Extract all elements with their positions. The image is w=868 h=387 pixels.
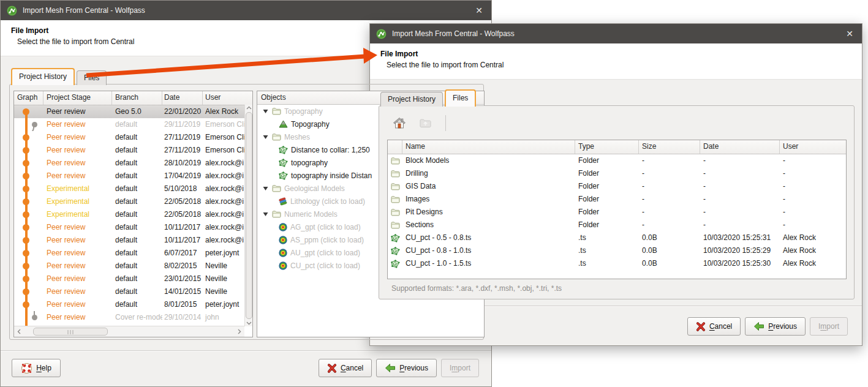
tree-item-label: Topography [291,120,330,129]
branch-cell: default [112,234,162,247]
history-row[interactable]: Peer reviewdefault14/01/2015Neville [14,285,244,298]
file-user-cell: - [780,193,846,206]
history-row[interactable]: Peer reviewdefault17/04/2019alex.rock@i [14,170,244,182]
expander-icon[interactable] [262,186,269,191]
graph-cell [14,247,43,260]
graph-cell [14,311,43,324]
window-title: Import Mesh From Central - Wolfpass [23,6,145,15]
history-table-header: Graph Project Stage Branch Date User [14,91,252,105]
history-row[interactable]: Peer reviewdefault28/10/2019alex.rock@i [14,157,244,170]
column-header-user[interactable]: User [203,91,252,105]
scroll-up-icon[interactable] [246,105,252,111]
help-button[interactable]: Help [12,359,61,377]
graph-cell [14,105,43,118]
tab-files[interactable]: Files [77,70,107,85]
previous-button[interactable]: Previous [745,317,806,336]
file-row[interactable]: ImagesFolder--- [388,193,846,206]
file-row[interactable]: Pit DesignsFolder--- [388,206,846,219]
titlebar[interactable]: Import Mesh From Central - Wolfpass ✕ [370,24,862,43]
user-cell: Neville [203,260,244,272]
expander-icon[interactable] [262,109,269,114]
titlebar[interactable]: Import Mesh From Central - Wolfpass ✕ [1,1,491,20]
vertical-scroll-thumb[interactable] [246,112,252,319]
scroll-right-icon[interactable] [236,329,243,335]
column-header-date[interactable]: Date [700,140,780,154]
stage-cell: Experimental [43,208,112,221]
close-icon[interactable]: ✕ [837,24,862,43]
history-row[interactable]: Peer reviewdefault27/11/2019Emerson Cli [14,144,244,157]
column-header-user[interactable]: User [780,140,846,154]
history-row[interactable]: Experimentaldefault22/05/2018alex.rock@i [14,208,244,221]
user-cell: alex.rock@i [203,182,244,195]
expander-icon[interactable] [262,135,269,140]
import-button[interactable]: Import [810,317,848,336]
previous-button[interactable]: Previous [376,359,437,377]
column-header-stage[interactable]: Project Stage [43,91,112,105]
expander-icon[interactable] [262,212,269,217]
file-name-cell: CU_pct - 1.0 - 1.5.ts [402,257,575,270]
tab-project-history[interactable]: Project History [380,92,443,107]
history-row[interactable]: Peer reviewCover re-model29/10/2014john [14,311,244,324]
history-row[interactable]: Peer reviewdefault8/02/2015Neville [14,260,244,272]
file-row[interactable]: CU_pct - 1.0 - 1.5.ts.ts0.0B10/03/2020 1… [388,257,846,270]
cancel-button[interactable]: Cancel [687,317,741,336]
mesh-icon [388,244,402,257]
vertical-scrollbar[interactable] [244,105,252,326]
file-row[interactable]: DrillingFolder--- [388,167,846,180]
files-table-header: Name Type Size Date User [388,140,846,154]
file-row[interactable]: Block ModelsFolder--- [388,154,846,167]
history-row[interactable]: Peer reviewdefault6/07/2017peter.joynt [14,247,244,260]
column-header-date[interactable]: Date [162,91,203,105]
home-icon[interactable] [391,115,407,131]
column-header-icon[interactable] [388,140,402,154]
history-row[interactable]: Peer reviewdefault8/01/2015peter.joynt [14,298,244,311]
folder-icon [388,193,402,206]
history-row[interactable]: Experimentaldefault22/05/2018alex.rock@i [14,195,244,208]
page-subtitle: Select the file to import from Central [370,58,862,69]
dialog-action-buttons: Cancel Previous Import [687,317,848,336]
file-row[interactable]: CU_pct - 0.5 - 0.8.ts.ts0.0B10/03/2020 1… [388,231,846,244]
stage-cell: Experimental [43,195,112,208]
horizontal-scroll-thumb[interactable] [33,328,108,336]
branch-cell: default [112,144,162,157]
import-button[interactable]: Import [441,359,479,377]
history-row[interactable]: Peer reviewdefault10/11/2017alex.rock@i [14,221,244,234]
tree-item-label: Meshes [284,133,310,141]
tab-project-history[interactable]: Project History [11,68,75,85]
scroll-down-icon[interactable] [246,320,252,326]
column-header-name[interactable]: Name [402,140,575,154]
graph-cell [14,208,43,221]
file-name-cell: Sections [402,219,575,231]
cancel-button[interactable]: Cancel [319,359,372,377]
history-row[interactable]: Peer reviewdefault10/11/2017alex.rock@i [14,234,244,247]
tree-item-label: Lithology (click to load) [290,197,365,206]
commit-dot-icon [23,224,29,231]
history-row[interactable]: Peer reviewdefault23/01/2015Neville [14,272,244,285]
cancel-x-icon [327,364,337,373]
column-header-graph[interactable]: Graph [14,91,43,105]
mesh-icon [388,231,402,244]
scroll-left-icon[interactable] [16,329,22,335]
user-cell: alex.rock@i [203,208,244,221]
window-title: Import Mesh From Central - Wolfpass [392,29,515,38]
close-icon[interactable]: ✕ [467,1,491,20]
history-row[interactable]: Peer reviewGeo 5.022/01/2020Alex Rock [14,105,244,118]
column-header-size[interactable]: Size [639,140,700,154]
branch-cell: Geo 5.0 [112,105,162,118]
history-row[interactable]: Peer reviewdefault27/11/2019Emerson Cli [14,131,244,144]
supported-formats-label: Supported formats: *.ara, *.dxf, *.msh, … [391,284,562,293]
date-cell: 10/11/2017 [162,221,203,234]
file-row[interactable]: SectionsFolder--- [388,219,846,231]
horizontal-scrollbar[interactable] [14,326,244,337]
history-row[interactable]: Peer reviewdefault29/11/2019Emerson Cli [14,118,244,131]
folder-up-icon[interactable] [417,115,433,131]
folder-icon [388,154,402,167]
column-header-type[interactable]: Type [575,140,639,154]
branch-cell: default [112,208,162,221]
file-row[interactable]: CU_pct - 0.8 - 1.0.ts.ts0.0B10/03/2020 1… [388,244,846,257]
history-row[interactable]: Experimentaldefault5/10/2018alex.rock@i [14,182,244,195]
help-icon [21,363,32,374]
tab-files[interactable]: Files [445,89,476,107]
file-row[interactable]: GIS DataFolder--- [388,180,846,193]
column-header-branch[interactable]: Branch [112,91,162,105]
